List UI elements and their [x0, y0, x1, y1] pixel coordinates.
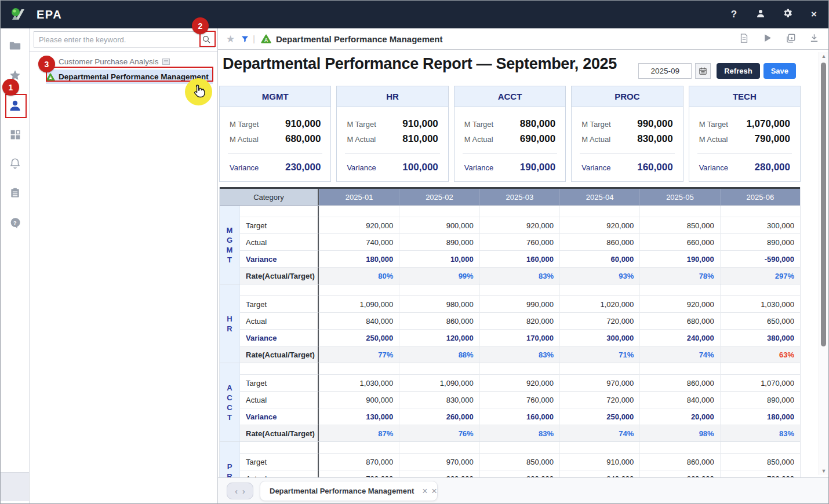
spacer-cell — [240, 363, 319, 374]
tab-nav-pill: ‹ › — [227, 483, 253, 499]
help-bubble-icon[interactable]: ? — [1, 211, 30, 234]
kpi-card-body: M Target910,000M Actual680,000Variance23… — [220, 107, 330, 175]
month-picker-input[interactable] — [638, 63, 692, 79]
target-value-cell: 1,020,000 — [559, 295, 639, 312]
month-header-cell[interactable]: 2025-02 — [399, 189, 479, 205]
tab-departmental-performance-management[interactable]: Departmental Performance Management × — [260, 481, 438, 501]
kpi-target-row: M Target1,070,000 — [689, 116, 800, 132]
group-letter: H — [227, 314, 232, 324]
actual-value-cell: 890,000 — [399, 233, 479, 250]
gear-icon[interactable] — [781, 8, 794, 21]
month-header-cell[interactable]: 2025-04 — [559, 189, 639, 205]
close-icon[interactable]: × — [808, 9, 820, 20]
row-label-target: Target — [240, 374, 319, 391]
hand-cursor-icon — [191, 83, 206, 99]
target-value-cell: 920,000 — [319, 217, 399, 233]
target-value-cell: 900,000 — [399, 217, 479, 233]
rate-value-cell: 83% — [720, 425, 800, 441]
page-title: Departmental Performance Report — Septem… — [223, 55, 617, 73]
kpi-dept-name[interactable]: MGMT — [220, 86, 330, 107]
actual-value-cell: 820,000 — [479, 312, 559, 329]
kpi-value: 190,000 — [520, 162, 555, 173]
search-box — [34, 31, 215, 48]
actual-value-cell: 860,000 — [559, 233, 639, 250]
search-input[interactable] — [34, 35, 198, 44]
main-area: ★ | A Departmental Performance Managemen… — [218, 28, 828, 503]
kpi-dept-name[interactable]: HR — [337, 86, 448, 107]
actual-value-cell: 680,000 — [639, 312, 719, 329]
app-logo[interactable] — [9, 6, 28, 23]
month-header-cell[interactable]: 2025-06 — [720, 189, 800, 205]
actual-value-cell: 860,000 — [639, 470, 719, 477]
download-icon[interactable] — [809, 33, 819, 45]
kpi-label: M Target — [699, 120, 728, 129]
rate-value-cell: 83% — [479, 346, 559, 363]
save-button[interactable]: Save — [763, 63, 796, 79]
scrollbar-thumb[interactable] — [821, 63, 826, 346]
kpi-card-proc: PROCM Target990,000M Actual830,000Varian… — [571, 86, 683, 182]
target-value-cell: 1,090,000 — [399, 374, 479, 391]
target-value-cell: 870,000 — [319, 453, 399, 470]
scroll-up-icon[interactable]: ▲ — [819, 52, 828, 60]
kpi-variance-row: Variance230,000 — [220, 160, 330, 175]
document-icon[interactable] — [739, 33, 749, 46]
scroll-down-icon[interactable]: ▼ — [819, 467, 828, 475]
breadcrumb-title: Departmental Performance Management — [276, 34, 443, 44]
favorite-star-icon[interactable]: ★ — [226, 33, 235, 45]
kpi-target-row: M Target990,000 — [572, 116, 682, 132]
target-value-cell: 850,000 — [479, 453, 559, 470]
rate-value-cell: 297% — [720, 267, 800, 284]
group-letter: A — [227, 383, 232, 393]
kpi-dept-name[interactable]: PROC — [572, 86, 682, 107]
tab-next-icon[interactable]: › — [242, 487, 245, 496]
filter-funnel-icon[interactable] — [241, 35, 249, 43]
target-value-cell: 1,030,000 — [720, 295, 800, 312]
kpi-divider — [580, 154, 674, 154]
target-value-cell: 920,000 — [559, 217, 639, 233]
topbar-actions: ? × — [728, 1, 820, 28]
run-play-icon[interactable] — [762, 33, 772, 45]
group-label-mgmt: MGMT — [220, 206, 240, 284]
spacer-cell — [720, 363, 800, 374]
month-header-cell[interactable]: 2025-05 — [639, 189, 719, 205]
month-header-cell[interactable]: 2025-01 — [319, 189, 399, 205]
refresh-button[interactable]: Refresh — [717, 63, 759, 79]
crumb-divider: | — [253, 34, 255, 43]
kpi-value: 910,000 — [285, 118, 321, 130]
spacer-cell — [720, 206, 800, 217]
item-window-icon[interactable] — [162, 59, 170, 65]
annotation-badge-3: 3 — [38, 56, 55, 72]
rate-value-cell: 77% — [319, 346, 399, 363]
kpi-dept-name[interactable]: TECH — [689, 86, 800, 107]
folder-icon[interactable] — [1, 34, 30, 57]
close-all-tabs-icon[interactable]: × — [431, 485, 437, 497]
kpi-target-row: M Target910,000 — [337, 116, 448, 132]
kpi-dept-name[interactable]: ACCT — [455, 86, 565, 107]
bell-icon[interactable] — [1, 152, 30, 175]
tab-prev-icon[interactable]: ‹ — [235, 487, 238, 496]
kpi-value: 810,000 — [402, 133, 438, 145]
kpi-label: M Actual — [230, 135, 259, 144]
clipboard-icon[interactable] — [1, 181, 30, 204]
row-label-actual: Actual — [240, 391, 319, 408]
help-icon[interactable]: ? — [728, 9, 740, 20]
report-content: Departmental Performance Report — Septem… — [218, 50, 828, 477]
user-icon[interactable] — [754, 8, 767, 21]
rate-value-cell: 98% — [639, 425, 719, 441]
vertical-scrollbar[interactable]: ▲ ▼ — [819, 52, 828, 475]
group-letter: G — [227, 235, 232, 245]
month-header-cell[interactable]: 2025-03 — [479, 189, 559, 205]
tab-close-icon[interactable]: × — [422, 486, 427, 496]
table-header-row: Category 2025-012025-022025-032025-04202… — [220, 187, 800, 206]
spacer-cell — [479, 284, 559, 295]
row-label-actual: Actual — [240, 470, 319, 477]
calendar-icon[interactable] — [695, 63, 711, 79]
actual-value-cell: 820,000 — [479, 470, 559, 477]
target-value-cell: 970,000 — [399, 453, 479, 470]
group-letter: R — [227, 324, 232, 334]
dashboard-grid-icon[interactable] — [1, 123, 30, 146]
group-letter: T — [227, 412, 232, 422]
spacer-cell — [720, 284, 800, 295]
rate-value-cell: 74% — [639, 346, 719, 363]
save-all-icon[interactable] — [786, 33, 796, 46]
